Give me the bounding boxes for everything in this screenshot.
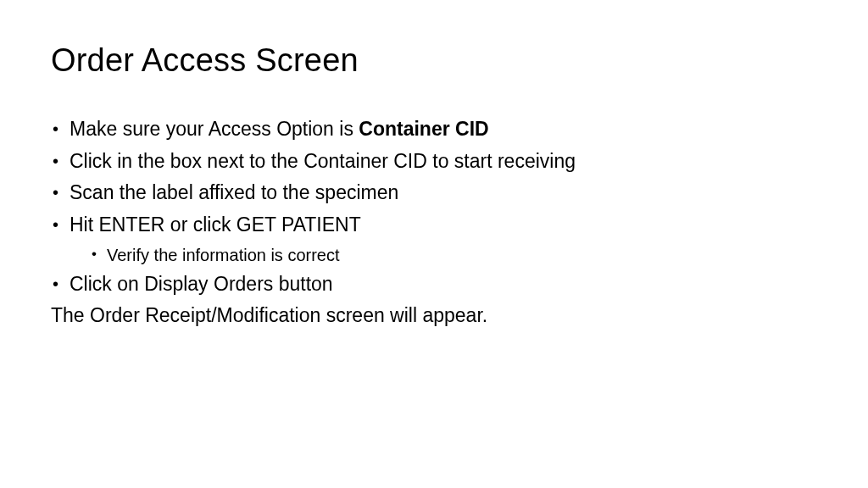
sub-bullet-item-1: Verify the information is correct [90,242,817,268]
slide-title: Order Access Screen [51,42,817,79]
bullet-item-4: Hit ENTER or click GET PATIENT Verify th… [51,210,817,268]
closing-text: The Order Receipt/Modification screen wi… [51,301,817,331]
sub-bullet-list: Verify the information is correct [70,242,817,268]
bullet-item-5: Click on Display Orders button [51,269,817,300]
bullet-item-1: Make sure your Access Option is Containe… [51,114,817,145]
bullet-1-prefix: Make sure your Access Option is [70,118,359,140]
bullet-4-text: Hit ENTER or click GET PATIENT [70,214,361,236]
bullet-list: Make sure your Access Option is Containe… [51,114,817,299]
bullet-item-2: Click in the box next to the Container C… [51,147,817,177]
bullet-1-bold: Container CID [359,118,488,140]
bullet-item-3: Scan the label affixed to the specimen [51,178,817,208]
